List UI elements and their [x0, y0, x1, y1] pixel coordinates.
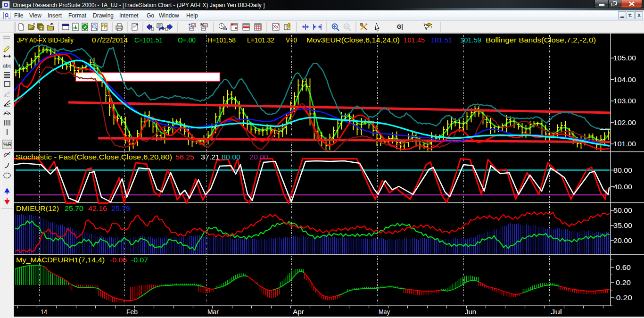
svg-text:14: 14	[41, 308, 47, 316]
svg-text:80.00: 80.00	[222, 153, 240, 161]
svg-text:25.70: 25.70	[65, 205, 83, 212]
svg-text:V=0: V=0	[286, 36, 297, 44]
svg-text:50.00: 50.00	[613, 207, 632, 214]
svg-text:abc: abc	[3, 63, 11, 68]
svg-text:0.20: 0.20	[616, 279, 631, 286]
svg-text:0.60: 0.60	[616, 264, 631, 271]
svg-text:Feb: Feb	[126, 308, 138, 316]
svg-text:80.00: 80.00	[613, 167, 632, 174]
svg-text:20.00: 20.00	[613, 237, 632, 244]
svg-text:Mov3EUR(Close,6,14,24,0): Mov3EUR(Close,6,14,24,0)	[306, 36, 400, 44]
svg-text:40.00: 40.00	[613, 183, 632, 191]
svg-text:C=101.51: C=101.51	[134, 36, 163, 44]
svg-text:L=101.32: L=101.32	[247, 36, 274, 44]
svg-text:101.45: 101.45	[404, 36, 425, 44]
svg-text:25.79: 25.79	[111, 205, 130, 212]
svg-text:20.00: 20.00	[249, 153, 268, 161]
svg-text:-0.07: -0.07	[131, 256, 148, 264]
svg-text:105.00: 105.00	[613, 54, 636, 62]
svg-text:07/22/2014: 07/22/2014	[92, 36, 128, 44]
svg-text:%R: %R	[3, 142, 12, 147]
svg-text:Jul: Jul	[551, 308, 562, 316]
svg-text:101.51: 101.51	[431, 36, 452, 44]
svg-text:G: G	[397, 24, 401, 30]
svg-text:JPY A0-FX BID-Daily: JPY A0-FX BID-Daily	[17, 36, 74, 44]
svg-text:102.00: 102.00	[613, 119, 636, 126]
svg-text:56.25: 56.25	[175, 153, 194, 161]
svg-text:Stochastic - Fast(Close,Close,: Stochastic - Fast(Close,Close,Close,6,20…	[16, 153, 172, 161]
svg-text:-0.20: -0.20	[613, 294, 632, 301]
svg-text:H=101.58: H=101.58	[207, 36, 236, 44]
svg-text:101.00: 101.00	[613, 140, 636, 148]
svg-text:Bollinger Bands(Close,7,2,-2,0: Bollinger Bands(Close,7,2,-2,0)	[486, 36, 596, 44]
svg-text:101.59: 101.59	[460, 36, 481, 44]
svg-text:104.00: 104.00	[613, 76, 636, 84]
svg-text:42.16: 42.16	[88, 205, 107, 212]
svg-text:O=.00: O=.00	[178, 36, 196, 44]
svg-text:103.00: 103.00	[613, 97, 636, 105]
svg-text:-0.06: -0.06	[110, 256, 127, 264]
svg-text:DMIEUR(12): DMIEUR(12)	[16, 205, 59, 212]
svg-text:My_MACDEURH1(7,14,4): My_MACDEURH1(7,14,4)	[16, 256, 105, 264]
svg-text:37.21: 37.21	[201, 153, 220, 161]
svg-text:Mar: Mar	[207, 308, 219, 316]
svg-text:Jun: Jun	[465, 308, 476, 316]
svg-text:May: May	[379, 308, 390, 316]
svg-text:35.00: 35.00	[613, 222, 632, 229]
svg-text:Apr: Apr	[293, 308, 304, 316]
